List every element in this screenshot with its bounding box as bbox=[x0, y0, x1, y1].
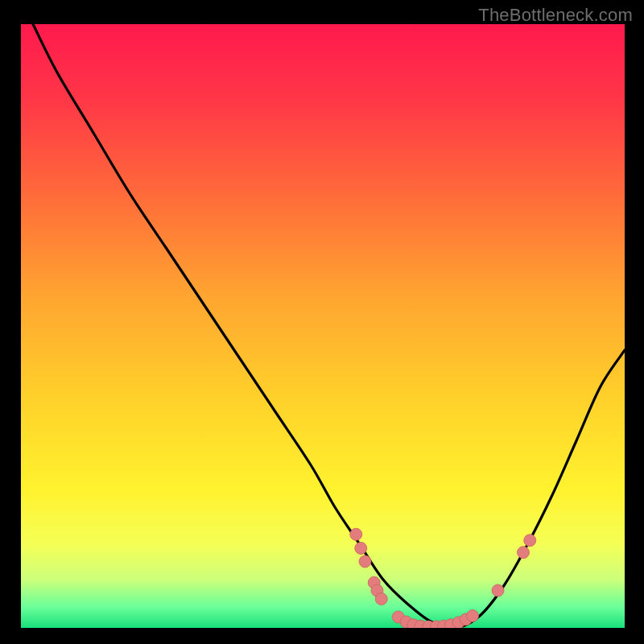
data-point bbox=[467, 610, 479, 622]
curve-layer bbox=[21, 24, 625, 628]
chart-frame: TheBottleneck.com bbox=[0, 0, 644, 644]
data-point bbox=[359, 555, 371, 568]
bottleneck-curve bbox=[33, 24, 625, 628]
data-point bbox=[375, 593, 387, 605]
data-point bbox=[355, 543, 367, 555]
data-point bbox=[492, 584, 504, 597]
plot-wrapper bbox=[21, 24, 625, 628]
data-point bbox=[518, 547, 530, 559]
data-point bbox=[524, 535, 536, 547]
watermark-text: TheBottleneck.com bbox=[478, 5, 633, 26]
data-point bbox=[350, 528, 362, 540]
